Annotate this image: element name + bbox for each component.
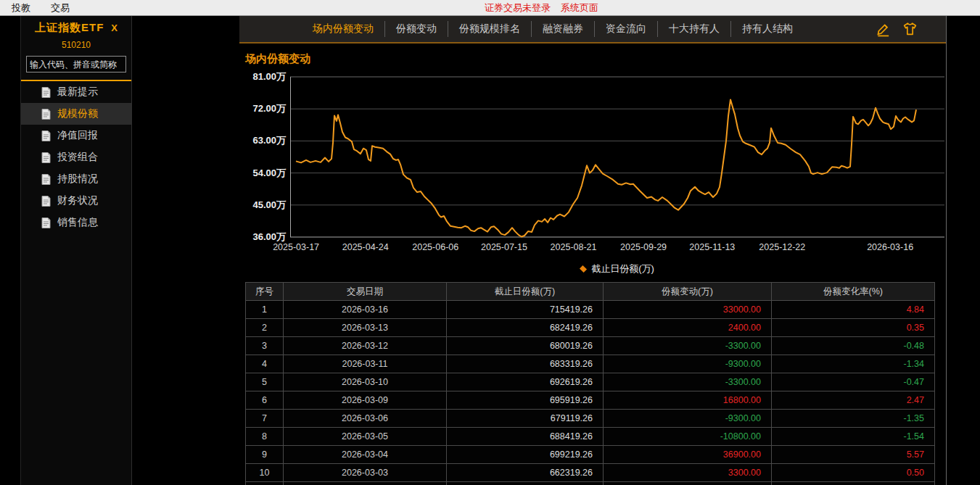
table-cell: 2.47 <box>772 391 935 410</box>
sidebar-item-投资组合[interactable]: 投资组合 <box>21 146 131 168</box>
table-cell: 2 <box>246 319 284 337</box>
close-icon[interactable]: X <box>111 22 118 33</box>
table-cell: 2026-03-05 <box>284 428 447 446</box>
table-cell: -0.47 <box>772 373 935 391</box>
table-cell: 4 <box>246 355 284 373</box>
table-cell: -3300.00 <box>604 373 772 391</box>
table-cell: 2026-03-13 <box>284 319 447 337</box>
x-axis-tick-label: 2025-07-15 <box>481 242 527 252</box>
sidebar-item-规模份额[interactable]: 规模份额 <box>21 103 131 125</box>
table-row-partial <box>246 482 935 485</box>
table-cell: 682419.26 <box>447 319 604 337</box>
table-cell: 0.50 <box>772 464 935 482</box>
document-icon <box>41 130 51 141</box>
table-cell: 5.57 <box>772 446 935 464</box>
table-cell: -0.48 <box>772 337 935 355</box>
share-change-chart <box>290 77 944 237</box>
login-alert-text[interactable]: 证券交易未登录 <box>485 1 551 14</box>
table-row[interactable]: 72026-03-06679119.26-9300.00-1.35 <box>246 410 935 428</box>
sidebar-item-label: 财务状况 <box>57 194 98 207</box>
menubar-item[interactable]: 交易 <box>41 1 80 14</box>
legend-label: 截止日份额(万) <box>591 263 654 274</box>
table-header-cell: 截止日份额(万) <box>447 283 604 301</box>
menubar-item[interactable]: 投教 <box>1 1 41 14</box>
x-axis-tick-label: 2025-12-22 <box>759 242 805 252</box>
table-row[interactable]: 22026-03-13682419.262400.000.35 <box>246 319 935 337</box>
table-header-cell: 交易日期 <box>284 283 447 301</box>
legend-diamond-icon <box>580 265 587 273</box>
table-cell: 2026-03-03 <box>284 464 447 482</box>
table-header-cell: 份额变动(万) <box>604 283 772 301</box>
table-row[interactable]: 32026-03-12680019.26-3300.00-0.48 <box>246 337 935 355</box>
sidebar-item-财务状况[interactable]: 财务状况 <box>21 190 131 212</box>
table-header-cell: 份额变化率(%) <box>772 283 935 301</box>
table-cell: 662319.26 <box>447 464 604 482</box>
tab-十大持有人[interactable]: 十大持有人 <box>657 21 730 37</box>
table-cell: 2026-03-10 <box>284 373 447 391</box>
table-cell: -9300.00 <box>604 355 772 373</box>
table-cell: 679119.26 <box>447 410 604 428</box>
content-area: 场内份额变动 81.00万72.00万63.00万54.00万45.00万36.… <box>239 45 946 485</box>
tshirt-theme-icon[interactable] <box>902 21 918 37</box>
table-cell: 2026-03-16 <box>284 301 447 319</box>
tab-bar: 场内份额变动份额变动份额规模排名融资融券资金流向十大持有人持有人结构 <box>239 16 946 43</box>
sidebar-item-label: 最新提示 <box>57 86 98 99</box>
document-icon <box>41 217 51 228</box>
fund-name: 上证指数ETF <box>35 21 104 33</box>
tab-融资融券[interactable]: 融资融券 <box>531 21 594 37</box>
table-row[interactable]: 42026-03-11683319.26-9300.00-1.34 <box>246 355 935 373</box>
table-cell: 2400.00 <box>604 319 772 337</box>
table-header-row: 序号交易日期截止日份额(万)份额变动(万)份额变化率(%) <box>246 283 935 301</box>
table-cell: -1.34 <box>772 355 935 373</box>
table-cell: 3300.00 <box>604 464 772 482</box>
table-row[interactable]: 62026-03-09695919.2616800.002.47 <box>246 391 935 410</box>
x-axis: 2025-03-172025-04-242025-06-062025-07-15… <box>290 242 944 254</box>
search-input[interactable] <box>26 56 126 72</box>
sidebar-item-label: 规模份额 <box>57 107 98 120</box>
edit-pen-icon[interactable] <box>876 21 892 37</box>
x-axis-tick-label: 2025-06-06 <box>412 242 458 252</box>
main-panel: 场内份额变动份额变动份额规模排名融资融券资金流向十大持有人持有人结构 场内份额变… <box>239 16 947 485</box>
tab-场内份额变动[interactable]: 场内份额变动 <box>302 21 384 37</box>
x-axis-tick-label: 2025-04-24 <box>342 242 389 252</box>
document-icon <box>41 174 51 185</box>
table-cell: 8 <box>246 428 284 446</box>
table-row[interactable]: 82026-03-05688419.26-10800.00-1.54 <box>246 428 935 446</box>
sidebar-item-净值回报[interactable]: 净值回报 <box>21 125 131 146</box>
tab-份额规模排名[interactable]: 份额规模排名 <box>448 21 531 37</box>
sidebar-item-销售信息[interactable]: 销售信息 <box>21 212 131 233</box>
table-cell: 7 <box>246 410 284 428</box>
table-cell: 2026-03-06 <box>284 410 447 428</box>
table-row[interactable]: 102026-03-03662319.263300.000.50 <box>246 464 935 482</box>
table-row[interactable]: 92026-03-04699219.2636900.005.57 <box>246 446 935 464</box>
sidebar-item-持股情况[interactable]: 持股情况 <box>21 168 131 190</box>
table-cell: 695919.26 <box>447 391 604 410</box>
table-cell: 16800.00 <box>604 391 772 410</box>
login-alert-text[interactable]: 系统页面 <box>561 1 598 14</box>
sidebar-item-label: 净值回报 <box>57 129 98 142</box>
sidebar-item-label: 持股情况 <box>57 173 98 186</box>
fund-header: 上证指数ETFX <box>21 16 131 35</box>
table-cell: 0.35 <box>772 319 935 337</box>
sidebar: 上证指数ETFX 510210 最新提示 规模份额 <box>20 16 132 485</box>
table-cell: 5 <box>246 373 284 391</box>
tab-持有人结构[interactable]: 持有人结构 <box>730 21 804 37</box>
x-axis-tick-label: 2025-11-13 <box>689 242 735 252</box>
table-header-cell: 序号 <box>246 283 284 301</box>
share-table: 序号交易日期截止日份额(万)份额变动(万)份额变化率(%) 12026-03-1… <box>245 282 934 485</box>
tab-资金流向[interactable]: 资金流向 <box>594 21 657 37</box>
sidebar-item-label: 投资组合 <box>57 151 98 164</box>
table-cell: -3300.00 <box>604 337 772 355</box>
table-row[interactable]: 52026-03-10692619.26-3300.00-0.47 <box>246 373 935 391</box>
x-axis-tick-label: 2026-03-16 <box>867 242 913 252</box>
os-menu-bar: 投教交易 证券交易未登录系统页面 <box>0 0 980 16</box>
table-row[interactable]: 12026-03-16715419.2633000.004.84 <box>246 301 935 319</box>
table-cell: 2026-03-04 <box>284 446 447 464</box>
table-cell: -1.35 <box>772 410 935 428</box>
table-cell: -1.54 <box>772 428 935 446</box>
tab-份额变动[interactable]: 份额变动 <box>384 21 448 37</box>
chart-legend: 截止日份额(万) <box>290 262 944 275</box>
table-cell: 2026-03-12 <box>284 337 447 355</box>
table-cell: 699219.26 <box>447 446 604 464</box>
sidebar-item-最新提示[interactable]: 最新提示 <box>21 81 131 103</box>
